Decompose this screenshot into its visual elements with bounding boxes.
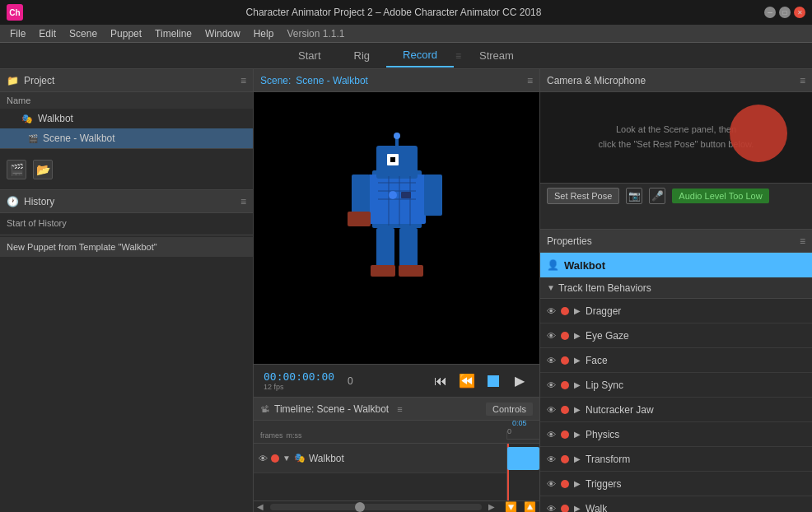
track-timeline-area[interactable] [507,444,539,500]
walkbot-selected-row[interactable]: 👤 Walkbot [540,253,812,277]
scroll-zoom-in[interactable]: 🔼 [524,501,536,513]
tab-start[interactable]: Start [282,44,337,67]
triggers-visibility-icon[interactable]: 👁 [547,479,556,489]
scroll-track[interactable] [270,504,482,510]
scene-canvas [254,92,539,364]
transform-expand-arrow[interactable]: ▶ [574,454,581,463]
track-expand-arrow[interactable]: ▼ [282,454,291,463]
scroll-right-arrow[interactable]: ▶ [488,502,495,511]
behavior-transform[interactable]: 👁 ▶ Transform [540,447,812,472]
properties-menu-icon[interactable]: ≡ [800,235,805,247]
behavior-physics[interactable]: 👁 ▶ Physics [540,422,812,447]
timecode-area: 00:00:00:00 12 fps [264,370,334,391]
name-column-header: Name [7,95,30,105]
menu-timeline[interactable]: Timeline [148,26,198,41]
triggers-record-dot[interactable] [561,480,569,488]
physics-expand-arrow[interactable]: ▶ [574,430,581,439]
camera-menu-icon[interactable]: ≡ [800,75,805,86]
track-visibility-icon[interactable]: 👁 [259,454,268,463]
face-record-dot[interactable] [561,356,569,365]
eye-gaze-expand-arrow[interactable]: ▶ [574,331,581,340]
transform-visibility-icon[interactable]: 👁 [547,454,556,464]
project-item-walkbot[interactable]: 🎭 Walkbot [0,109,253,128]
lip-sync-record-dot[interactable] [561,381,569,389]
nutcracker-jaw-label: Nutcracker Jaw [586,404,654,416]
triggers-expand-arrow[interactable]: ▶ [574,479,581,488]
behaviors-section-header: ▼ Track Item Behaviors [540,277,812,299]
stop-button[interactable] [483,371,503,391]
lip-sync-expand-arrow[interactable]: ▶ [574,380,581,389]
dragger-record-dot[interactable] [561,307,569,315]
menu-help[interactable]: Help [247,26,281,41]
face-expand-arrow[interactable]: ▶ [574,356,581,365]
walk-expand-arrow[interactable]: ▶ [574,504,581,512]
track-name-label: Walkbot [309,453,344,464]
project-col-header: Name [0,92,253,109]
eye-gaze-record-dot[interactable] [561,332,569,340]
scene-menu-icon[interactable]: ≡ [527,75,533,86]
behavior-dragger[interactable]: 👁 ▶ Dragger [540,299,812,323]
folder-button[interactable]: 📂 [33,160,53,179]
lip-sync-visibility-icon[interactable]: 👁 [547,380,556,390]
track-row-walkbot: 👁 ▼ 🎭 Walkbot [254,444,506,473]
camera-panel-header: Camera & Microphone ≡ [540,69,812,92]
history-menu-icon[interactable]: ≡ [240,196,246,207]
timeline-clip[interactable] [507,447,539,470]
svg-rect-19 [399,265,423,277]
close-button[interactable]: ✕ [794,7,805,18]
behavior-walk[interactable]: 👁 ▶ Walk [540,496,812,512]
robot-character-area [254,92,539,364]
properties-panel: Properties ≡ 👤 Walkbot ▼ Track Item Beha… [540,230,812,512]
behavior-eye-gaze[interactable]: 👁 ▶ Eye Gaze [540,323,812,348]
physics-visibility-icon[interactable]: 👁 [547,430,556,440]
scroll-zoom-out[interactable]: 🔽 [505,501,517,513]
track-record-dot[interactable] [271,454,279,463]
project-item-scene[interactable]: 🎬 Scene - Walkbot [0,128,253,148]
maximize-button[interactable]: □ [779,7,791,18]
history-new-puppet-item[interactable]: New Puppet from Template "Walkbot" [0,237,253,257]
folder-icon: 📁 [7,75,19,86]
face-visibility-icon[interactable]: 👁 [547,356,556,365]
walk-visibility-icon[interactable]: 👁 [547,504,556,513]
tab-rig[interactable]: Rig [338,44,387,67]
behavior-triggers[interactable]: 👁 ▶ Triggers [540,472,812,496]
walk-record-dot[interactable] [561,505,569,513]
new-item-button[interactable]: 🎬 [7,160,26,179]
menu-window[interactable]: Window [198,26,247,41]
step-back-button[interactable]: ⏪ [457,371,477,391]
physics-record-dot[interactable] [561,431,569,439]
walk-label: Walk [586,503,607,513]
camera-preview-area: Look at the Scene panel, then click the … [540,92,812,183]
nutcracker-jaw-visibility-icon[interactable]: 👁 [547,405,556,415]
project-menu-icon[interactable]: ≡ [240,75,246,86]
behavior-face[interactable]: 👁 ▶ Face [540,348,812,373]
behaviors-expand-icon[interactable]: ▼ [547,283,555,292]
transform-record-dot[interactable] [561,455,569,463]
tab-stream[interactable]: Stream [463,44,530,67]
controls-tab-button[interactable]: Controls [486,403,533,416]
go-to-start-button[interactable]: ⏮ [431,371,450,391]
history-title: History [24,196,54,207]
nutcracker-jaw-expand-arrow[interactable]: ▶ [574,405,581,414]
dragger-expand-arrow[interactable]: ▶ [574,306,581,315]
nutcracker-jaw-record-dot[interactable] [561,406,569,414]
dragger-visibility-icon[interactable]: 👁 [547,306,556,316]
microphone-icon[interactable]: 🎤 [649,188,665,204]
timeline-menu-icon[interactable]: ≡ [397,404,402,414]
menu-scene[interactable]: Scene [63,26,104,41]
tab-record[interactable]: Record [386,44,454,67]
menu-file[interactable]: File [3,26,32,41]
camera-icon[interactable]: 📷 [626,188,642,204]
minimize-button[interactable]: ─ [764,7,776,18]
menu-edit[interactable]: Edit [32,26,63,41]
play-button[interactable]: ▶ [510,371,530,391]
set-rest-pose-button[interactable]: Set Rest Pose [547,188,619,204]
menu-puppet[interactable]: Puppet [104,26,148,41]
scroll-knob[interactable] [355,502,365,512]
scroll-left-arrow[interactable]: ◀ [257,502,264,511]
titlebar: Ch Character Animator Project 2 – Adobe … [0,0,812,25]
behavior-nutcracker-jaw[interactable]: 👁 ▶ Nutcracker Jaw [540,398,812,422]
eye-gaze-visibility-icon[interactable]: 👁 [547,331,556,341]
behavior-lip-sync[interactable]: 👁 ▶ Lip Sync [540,373,812,398]
timeline-icon: 📽 [260,404,269,414]
